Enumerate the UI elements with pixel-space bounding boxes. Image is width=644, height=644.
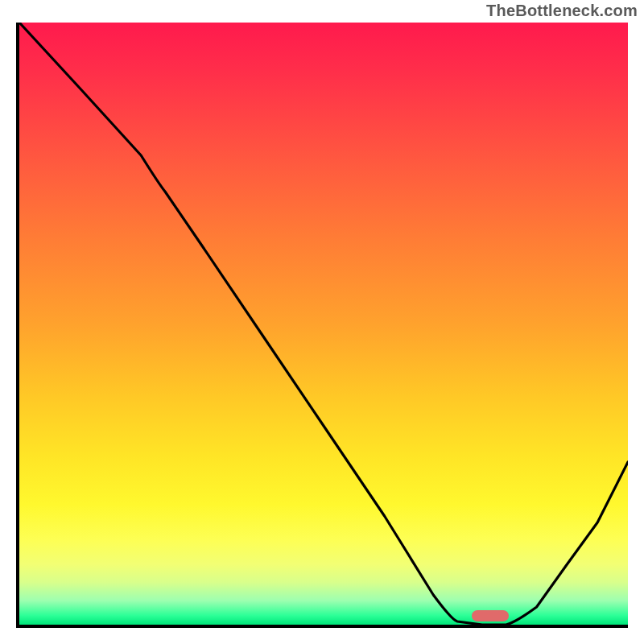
watermark-text: TheBottleneck.com	[486, 2, 638, 20]
plot-area	[16, 23, 628, 628]
curve-path	[19, 23, 628, 625]
bottleneck-curve	[19, 23, 628, 625]
chart-container: TheBottleneck.com	[0, 0, 644, 644]
optimal-marker	[472, 610, 509, 621]
